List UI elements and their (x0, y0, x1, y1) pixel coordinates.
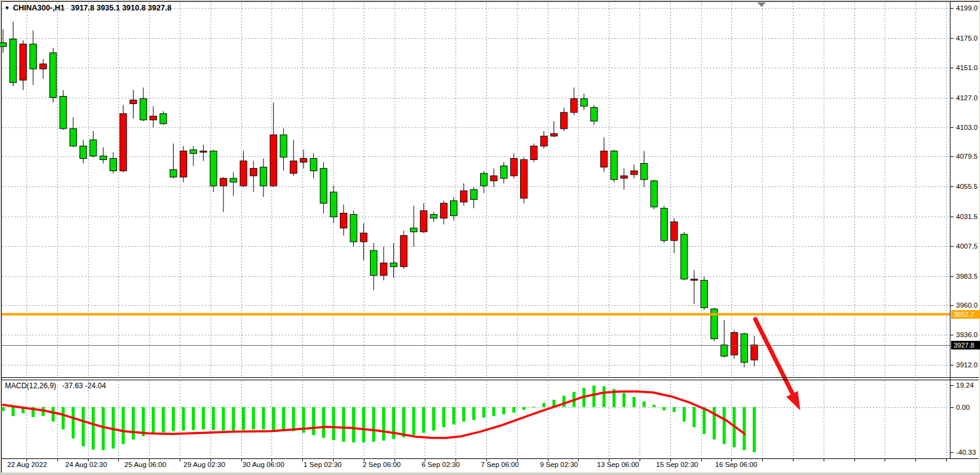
candle-body (430, 215, 437, 218)
candle-body (90, 140, 97, 156)
macd-histogram-bar (412, 407, 416, 436)
macd-histogram-bar (292, 407, 295, 431)
macd-histogram-bar (532, 407, 536, 407)
macd-histogram-bar (232, 407, 235, 431)
macd-histogram-bar (252, 407, 255, 430)
macd-histogram-bar (242, 407, 245, 430)
macd-histogram-bar (622, 393, 625, 407)
macd-histogram-bar (432, 407, 435, 431)
candle-body (330, 192, 337, 217)
macd-histogram-bar (222, 407, 225, 431)
panel-separator[interactable] (1, 377, 979, 378)
candle-body (30, 44, 36, 69)
macd-histogram-bar (62, 407, 65, 430)
candle-body (411, 228, 417, 232)
macd-histogram-bar (152, 407, 155, 434)
ohlc-values: 3917.8 3935.1 3910.8 3927.8 (71, 4, 171, 12)
macd-histogram-bar (702, 407, 705, 434)
candle-body (250, 169, 257, 176)
macd-histogram-bar (713, 407, 716, 440)
macd-histogram-bar (71, 407, 74, 439)
candle-body (440, 203, 447, 218)
symbol-dropdown-icon[interactable]: ▼ (4, 4, 10, 12)
symbol-period-label: CHINA300-,H1 (13, 4, 65, 12)
orange-line-price-tag: 3952.7 (951, 310, 980, 319)
mt4-chart-window: ▼ CHINA300-,H1 3917.8 3935.1 3910.8 3927… (0, 0, 980, 475)
candle-body (590, 108, 597, 121)
candle-body (180, 151, 187, 177)
candle-body (310, 159, 317, 171)
candle-body (360, 233, 367, 242)
indicator-values: -37.63 -24.04 (62, 381, 106, 390)
macd-histogram-bar (272, 407, 275, 430)
candle-body (340, 213, 347, 228)
macd-histogram-bar (2, 407, 5, 411)
chart-info-line: ▼ CHINA300-,H1 3917.8 3935.1 3910.8 3927… (4, 4, 171, 12)
indicator-name: MACD(12,26,9) (5, 381, 56, 390)
candle-body (641, 164, 648, 180)
macd-histogram-bar (162, 407, 165, 433)
time-scale[interactable] (1, 459, 950, 473)
candle-body (661, 208, 667, 241)
macd-histogram-bar (262, 407, 265, 430)
candle-body (651, 181, 657, 207)
candle-body (390, 263, 397, 266)
candle-body (500, 166, 507, 178)
candle-body (460, 191, 467, 202)
macd-histogram-bar (683, 407, 686, 422)
candle-body (491, 176, 497, 181)
candle-body (741, 334, 748, 363)
macd-histogram-bar (382, 407, 385, 441)
macd-histogram-bar (312, 407, 315, 436)
macd-histogram-bar (743, 407, 746, 450)
price-scale-border (950, 2, 950, 459)
chart-canvas[interactable] (0, 0, 980, 475)
candle-body (701, 281, 707, 308)
candle-body (290, 161, 297, 174)
macd-histogram-bar (182, 407, 185, 431)
panel-separator[interactable] (1, 380, 979, 380)
candle-body (230, 178, 237, 182)
candle-body (371, 250, 377, 275)
candle-body (521, 160, 528, 199)
macd-histogram-bar (92, 407, 95, 450)
candle-body (420, 210, 427, 231)
candle-body (731, 333, 737, 355)
current-price-tag: 3927.8 (951, 341, 980, 349)
candle-body (200, 151, 207, 152)
candle-body (190, 150, 197, 153)
trend-arrow[interactable] (755, 319, 793, 394)
candle-body (531, 146, 537, 159)
macd-histogram-bar (523, 407, 526, 410)
macd-histogram-bar (52, 407, 55, 422)
macd-histogram-bar (282, 407, 285, 431)
macd-histogram-bar (172, 407, 175, 431)
candle-body (160, 114, 167, 124)
macd-histogram-bar (502, 407, 505, 415)
macd-histogram-bar (512, 407, 515, 413)
macd-histogram-bar (693, 407, 696, 428)
macd-histogram-bar (132, 407, 135, 440)
candle-body (691, 279, 697, 281)
macd-histogram-bar (662, 407, 665, 411)
price-scale[interactable] (950, 2, 980, 458)
candle-body (0, 43, 7, 47)
macd-histogram-bar (633, 397, 636, 407)
candle-body (70, 129, 76, 146)
candle-body (380, 263, 387, 275)
macd-histogram-bar (82, 407, 85, 447)
candle-body (130, 100, 137, 104)
candle-body (240, 161, 247, 186)
macd-histogram-bar (422, 407, 425, 433)
candle-body (60, 97, 66, 129)
candle-body (140, 99, 147, 120)
macd-histogram-bar (102, 407, 105, 450)
candle-body (611, 151, 617, 180)
chart-shift-marker-icon[interactable] (757, 2, 766, 7)
candle-body (300, 159, 307, 162)
macd-histogram-bar (402, 407, 405, 437)
macd-histogram-bar (342, 407, 345, 442)
macd-histogram-bar (332, 407, 335, 441)
macd-histogram-bar (472, 407, 475, 420)
candle-body (751, 345, 758, 360)
